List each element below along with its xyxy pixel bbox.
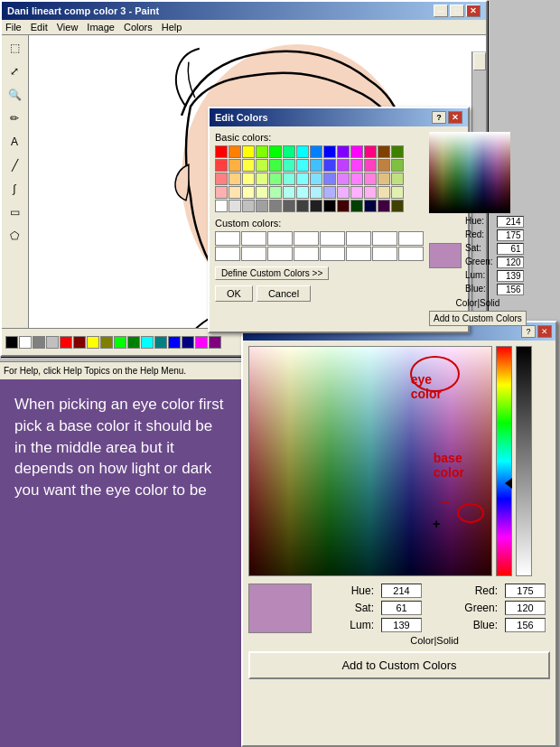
basic-color-cell[interactable] — [256, 145, 268, 158]
palette-color-lime[interactable] — [114, 336, 126, 349]
dialog-close-button[interactable]: ✕ — [448, 111, 462, 124]
custom-color-cell[interactable] — [320, 231, 345, 246]
basic-color-cell[interactable] — [378, 200, 390, 212]
red-input[interactable] — [505, 584, 546, 598]
blue-input[interactable] — [505, 618, 546, 632]
palette-color-gray[interactable] — [33, 336, 45, 349]
basic-color-cell[interactable] — [242, 173, 255, 185]
custom-color-cell[interactable] — [267, 231, 293, 246]
basic-color-cell[interactable] — [283, 173, 295, 185]
basic-color-cell[interactable] — [256, 186, 268, 199]
basic-color-cell[interactable] — [391, 145, 404, 158]
custom-color-cell[interactable] — [267, 247, 293, 261]
minimize-button[interactable]: ─ — [434, 5, 448, 17]
sat-input[interactable] — [381, 601, 422, 615]
basic-color-cell[interactable] — [215, 173, 228, 185]
menu-view[interactable]: View — [57, 22, 79, 33]
basic-color-cell[interactable] — [269, 200, 282, 212]
basic-color-cell[interactable] — [364, 159, 377, 172]
custom-color-cell[interactable] — [398, 231, 424, 246]
basic-color-cell[interactable] — [215, 145, 228, 158]
custom-color-cell[interactable] — [372, 247, 397, 261]
hue-value-sm[interactable]: 214 — [497, 216, 524, 228]
bottom-help-button[interactable]: ? — [521, 325, 536, 338]
basic-color-cell[interactable] — [229, 186, 241, 199]
basic-color-cell[interactable] — [256, 159, 268, 172]
basic-color-cell[interactable] — [269, 186, 282, 199]
dialog-help-button[interactable]: ? — [432, 111, 446, 124]
menu-image[interactable]: Image — [87, 22, 115, 33]
hue-slider[interactable] — [496, 346, 512, 576]
lum-value-sm[interactable]: 139 — [497, 270, 524, 282]
basic-color-cell[interactable] — [296, 200, 309, 212]
menu-file[interactable]: File — [5, 22, 22, 33]
luminance-slider[interactable] — [516, 346, 532, 576]
palette-color-white[interactable] — [19, 336, 32, 349]
hue-slider-thumb[interactable] — [505, 478, 512, 489]
sat-value-sm[interactable]: 61 — [497, 243, 524, 255]
palette-color-red[interactable] — [60, 336, 72, 349]
menu-help[interactable]: Help — [162, 22, 182, 33]
basic-color-cell[interactable] — [296, 159, 309, 172]
palette-color-yellow[interactable] — [87, 336, 99, 349]
large-color-spectrum[interactable]: eyecolor basecolor ← + — [248, 346, 492, 576]
palette-color-aqua[interactable] — [141, 336, 154, 349]
basic-color-cell[interactable] — [378, 145, 390, 158]
basic-color-cell[interactable] — [378, 173, 390, 185]
basic-color-cell[interactable] — [337, 159, 350, 172]
green-value-sm[interactable]: 120 — [497, 257, 524, 268]
tool-text[interactable]: A — [4, 131, 25, 153]
custom-color-cell[interactable] — [215, 231, 240, 246]
custom-color-cell[interactable] — [346, 247, 371, 261]
basic-color-cell[interactable] — [229, 159, 241, 172]
basic-color-cell[interactable] — [283, 145, 295, 158]
basic-color-cell[interactable] — [296, 173, 309, 185]
custom-color-cell[interactable] — [241, 231, 266, 246]
palette-color-green[interactable] — [127, 336, 140, 349]
basic-color-cell[interactable] — [364, 200, 377, 212]
basic-color-cell[interactable] — [323, 159, 336, 172]
basic-color-cell[interactable] — [310, 186, 322, 199]
basic-color-cell[interactable] — [269, 159, 282, 172]
basic-color-cell[interactable] — [229, 200, 241, 212]
basic-color-cell[interactable] — [242, 159, 255, 172]
palette-color-fuchsia[interactable] — [195, 336, 208, 349]
cancel-button[interactable]: Cancel — [257, 285, 311, 302]
menu-colors[interactable]: Colors — [124, 22, 153, 33]
basic-color-cell[interactable] — [364, 173, 377, 185]
red-value-sm[interactable]: 175 — [497, 229, 524, 241]
basic-color-cell[interactable] — [269, 145, 282, 158]
custom-color-cell[interactable] — [398, 247, 424, 261]
ok-button[interactable]: OK — [215, 285, 253, 302]
basic-color-cell[interactable] — [242, 145, 255, 158]
blue-value-sm[interactable]: 156 — [497, 284, 524, 295]
basic-color-cell[interactable] — [229, 173, 241, 185]
tool-magnify[interactable]: 🔍 — [4, 84, 25, 106]
basic-color-cell[interactable] — [337, 145, 350, 158]
basic-color-cell[interactable] — [350, 186, 363, 199]
basic-color-cell[interactable] — [256, 200, 268, 212]
basic-color-cell[interactable] — [283, 200, 295, 212]
basic-color-cell[interactable] — [215, 200, 228, 212]
palette-color-blue[interactable] — [168, 336, 181, 349]
custom-color-cell[interactable] — [346, 231, 371, 246]
basic-color-cell[interactable] — [229, 145, 241, 158]
basic-color-cell[interactable] — [323, 173, 336, 185]
tool-line[interactable]: ╱ — [4, 154, 25, 176]
basic-color-cell[interactable] — [323, 186, 336, 199]
close-button[interactable]: ✕ — [466, 5, 481, 17]
palette-color-navy[interactable] — [182, 336, 194, 349]
define-custom-colors-button[interactable]: Define Custom Colors >> — [215, 266, 329, 280]
green-input[interactable] — [505, 601, 546, 615]
palette-color-purple[interactable] — [209, 336, 221, 349]
tool-lasso[interactable]: ⤢ — [4, 61, 25, 82]
basic-color-cell[interactable] — [296, 186, 309, 199]
custom-color-cell[interactable] — [320, 247, 345, 261]
basic-color-cell[interactable] — [391, 173, 404, 185]
custom-color-cell[interactable] — [372, 231, 397, 246]
add-custom-btn-sm[interactable]: Add to Custom Colors — [429, 311, 527, 326]
maximize-button[interactable]: □ — [450, 5, 464, 17]
basic-color-cell[interactable] — [256, 173, 268, 185]
add-to-custom-colors-button[interactable]: Add to Custom Colors — [248, 651, 550, 679]
basic-color-cell[interactable] — [310, 173, 322, 185]
